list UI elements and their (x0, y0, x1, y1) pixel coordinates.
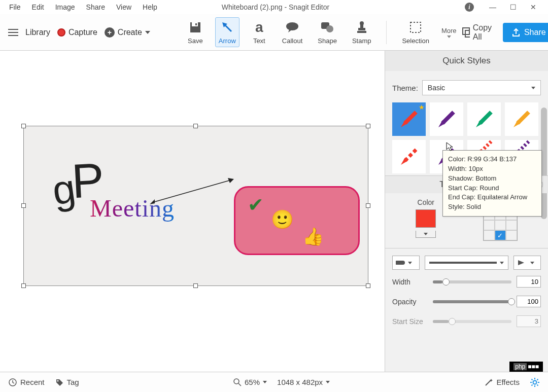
star-icon: ★ (419, 103, 425, 111)
tag-icon (55, 378, 64, 387)
tag-button[interactable]: Tag (55, 378, 79, 387)
callout-icon (285, 20, 300, 35)
chevron-down-icon (326, 381, 330, 383)
svg-line-45 (532, 379, 533, 380)
resize-handle[interactable] (21, 203, 26, 208)
end-cap-select[interactable] (513, 256, 541, 270)
check-icon: ✔ (248, 194, 264, 216)
more-button[interactable]: More (441, 27, 457, 38)
width-slider[interactable] (433, 280, 511, 283)
window-title: Whiteboard (2).png - Snagit Editor (87, 3, 464, 11)
svg-line-21 (442, 112, 454, 123)
startsize-slider[interactable] (433, 320, 511, 323)
copy-all-label: Copy All (473, 23, 495, 42)
tool-arrow[interactable]: Arrow (215, 17, 239, 47)
hamburger-icon[interactable] (8, 29, 18, 36)
resize-handle[interactable] (21, 283, 26, 288)
svg-line-39 (238, 383, 241, 386)
maximize-button[interactable]: ☐ (508, 3, 518, 11)
style-arrow-orange[interactable] (505, 102, 538, 136)
menu-edit[interactable]: Edit (27, 1, 49, 13)
style-arrow-red[interactable]: ★ (392, 102, 426, 136)
stamp-icon (354, 20, 369, 35)
capture-button[interactable]: Capture (57, 28, 97, 37)
menu-file[interactable]: File (4, 1, 26, 13)
copy-all-button[interactable]: Copy All (462, 23, 495, 42)
arrow-icon (220, 20, 235, 35)
opacity-label: Opacity (392, 298, 428, 306)
resize-handle[interactable] (366, 124, 370, 128)
svg-marker-35 (518, 260, 524, 265)
svg-line-16 (153, 180, 231, 202)
svg-point-38 (234, 379, 239, 384)
minimize-button[interactable]: — (488, 3, 497, 11)
width-input[interactable] (517, 276, 541, 288)
tool-shape[interactable]: Shape (315, 18, 340, 47)
settings-button[interactable] (530, 377, 540, 387)
canvas[interactable]: gP Meeting ✔ 🙂 👍 (23, 126, 368, 286)
thumbsup-icon: 👍 (302, 226, 324, 246)
record-icon (57, 28, 65, 37)
library-button[interactable]: Library (25, 28, 50, 37)
dimensions-control[interactable]: 1048 x 482px (277, 378, 330, 386)
resize-handle[interactable] (21, 124, 26, 128)
tool-callout-label: Callout (282, 37, 302, 45)
style-arrow-purple[interactable] (430, 102, 463, 136)
share-button[interactable]: Share (503, 23, 548, 42)
svg-point-40 (533, 380, 537, 384)
text-icon: a (252, 20, 267, 35)
opacity-input[interactable] (517, 296, 541, 307)
canvas-area[interactable]: gP Meeting ✔ 🙂 👍 (0, 51, 385, 372)
resize-handle[interactable] (193, 283, 198, 288)
resize-handle[interactable] (193, 124, 198, 128)
chevron-down-icon (531, 87, 535, 89)
wand-icon (484, 378, 493, 387)
effects-button[interactable]: Effects (484, 378, 520, 387)
svg-point-5 (286, 22, 298, 30)
line-style-select[interactable] (425, 256, 508, 270)
tool-stamp[interactable]: Stamp (349, 18, 374, 47)
svg-line-27 (405, 150, 416, 161)
zoom-control[interactable]: 65% (233, 378, 267, 386)
watermark: php■■■ (509, 362, 543, 372)
quick-styles-title: Quick Styles (385, 51, 548, 71)
selection-icon (408, 20, 423, 35)
start-cap-select[interactable] (392, 256, 420, 270)
status-bar: Recent Tag 65% 1048 x 482px Effects (0, 372, 548, 392)
clock-icon (8, 378, 17, 387)
svg-rect-1 (192, 22, 198, 26)
chevron-down-icon (263, 381, 267, 383)
gear-icon (530, 377, 540, 387)
style-arrow-red-dashed[interactable] (392, 140, 426, 173)
svg-line-47 (532, 384, 533, 385)
opacity-slider[interactable] (433, 300, 511, 303)
color-dropdown[interactable] (416, 231, 436, 238)
resize-handle[interactable] (366, 203, 370, 208)
style-arrow-green[interactable] (467, 102, 501, 136)
capture-label: Capture (68, 28, 97, 37)
info-icon[interactable]: i (465, 3, 474, 12)
recent-button[interactable]: Recent (8, 378, 45, 387)
resize-handle[interactable] (366, 283, 370, 288)
color-swatch[interactable] (416, 209, 436, 228)
svg-line-46 (537, 384, 538, 385)
tool-save[interactable]: Save (185, 18, 206, 47)
tool-shape-label: Shape (318, 37, 337, 45)
create-button[interactable]: + Create (105, 27, 150, 38)
theme-select[interactable]: Basic (422, 80, 541, 95)
tool-callout[interactable]: Callout (279, 18, 305, 47)
startsize-input[interactable] (517, 315, 541, 327)
close-button[interactable]: ✕ (529, 3, 538, 11)
tool-selection[interactable]: Selection (399, 18, 432, 47)
svg-point-8 (326, 25, 333, 32)
tool-text[interactable]: a Text (249, 18, 270, 47)
svg-line-25 (518, 112, 529, 123)
menu-bar: File Edit Image Share View Help Whiteboa… (0, 0, 548, 14)
theme-value: Basic (428, 84, 445, 92)
menu-image[interactable]: Image (50, 1, 80, 13)
toolbar: Library Capture + Create Save Arrow a Te… (0, 14, 548, 51)
shadow-bottom[interactable]: ✓ (495, 230, 506, 240)
smiley-icon: 🙂 (271, 209, 294, 230)
svg-marker-6 (288, 29, 292, 32)
create-label: Create (118, 28, 142, 37)
